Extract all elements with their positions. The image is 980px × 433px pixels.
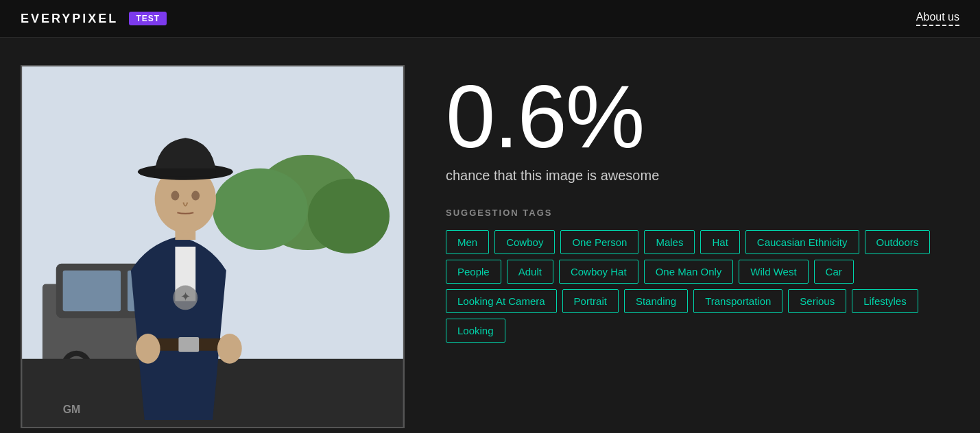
tag-item[interactable]: One Man Only	[644, 260, 734, 284]
header: EVERYPIXEL TEST About us	[0, 0, 980, 38]
tag-item[interactable]: Cowboy	[494, 230, 555, 254]
uploaded-image: ✦ GM	[21, 65, 405, 428]
svg-rect-6	[63, 271, 121, 312]
tag-item[interactable]: Looking	[446, 319, 505, 343]
svg-rect-15	[178, 337, 199, 352]
subtitle-text: chance that this image is awesome	[446, 168, 959, 184]
tag-item[interactable]: One Person	[560, 230, 638, 254]
svg-point-17	[217, 334, 242, 364]
tag-item[interactable]: Lifestyles	[852, 289, 918, 313]
tag-item[interactable]: Serious	[788, 289, 846, 313]
tag-item[interactable]: Standing	[624, 289, 688, 313]
tag-item[interactable]: Portrait	[562, 289, 619, 313]
tag-item[interactable]: Cowboy Hat	[559, 260, 638, 284]
svg-text:GM: GM	[63, 404, 81, 415]
tag-item[interactable]: Hat	[700, 230, 739, 254]
test-badge: TEST	[129, 12, 167, 25]
tag-item[interactable]: Adult	[507, 260, 553, 284]
tag-item[interactable]: Looking At Camera	[446, 289, 557, 313]
tag-item[interactable]: Transportation	[693, 289, 782, 313]
tags-container: MenCowboyOne PersonMalesHatCaucasian Eth…	[446, 230, 940, 343]
percentage-display: 0.6%	[446, 72, 959, 161]
svg-point-2	[308, 179, 390, 253]
svg-text:✦: ✦	[180, 290, 191, 304]
tag-item[interactable]: Males	[644, 230, 695, 254]
svg-rect-23	[155, 169, 216, 177]
svg-point-21	[191, 191, 200, 201]
svg-point-3	[213, 169, 308, 250]
results-section: 0.6% chance that this image is awesome S…	[446, 65, 959, 343]
svg-point-16	[136, 334, 160, 364]
tag-item[interactable]: People	[446, 260, 501, 284]
suggestion-label: SUGGESTION TAGS	[446, 208, 959, 218]
tag-item[interactable]: Car	[814, 260, 854, 284]
about-link[interactable]: About us	[916, 11, 959, 26]
header-left: EVERYPIXEL TEST	[21, 12, 167, 26]
tag-item[interactable]: Caucasian Ethnicity	[745, 230, 859, 254]
tag-item[interactable]: Wild West	[739, 260, 808, 284]
svg-point-20	[171, 191, 179, 201]
logo: EVERYPIXEL	[21, 12, 118, 26]
tag-item[interactable]: Men	[446, 230, 489, 254]
tag-item[interactable]: Outdoors	[865, 230, 931, 254]
main-content: ✦ GM 0.6% chance that this image is awes…	[0, 38, 980, 433]
